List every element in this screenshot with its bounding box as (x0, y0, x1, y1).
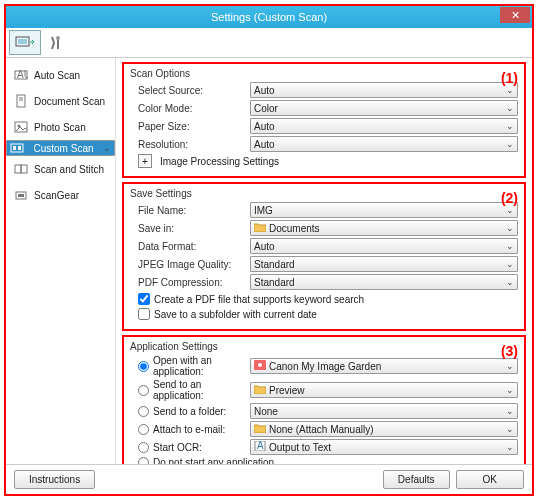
photo-scan-icon (14, 120, 28, 134)
app-icon (254, 360, 266, 370)
data-format-label: Data Format: (138, 241, 246, 252)
select-source-label: Select Source: (138, 85, 246, 96)
image-processing-label: Image Processing Settings (160, 156, 279, 167)
sidebar-item-custom-scan[interactable]: Custom Scan (6, 140, 115, 156)
attach-email-dropdown[interactable]: None (Attach Manually) (250, 421, 518, 437)
toolbar (6, 28, 532, 58)
send-to-app-dropdown[interactable]: Preview (250, 382, 518, 398)
open-with-app-radio[interactable]: Open with an application: (138, 355, 246, 377)
svg-point-18 (258, 363, 262, 367)
open-with-app-dropdown[interactable]: Canon My Image Garden (250, 358, 518, 374)
tools-icon (48, 35, 66, 51)
send-to-app-radio[interactable]: Send to an application: (138, 379, 246, 401)
preview-icon (254, 384, 266, 394)
svg-text:A: A (257, 441, 264, 451)
section-number: (2) (501, 190, 518, 206)
svg-point-2 (56, 36, 60, 40)
svg-rect-12 (18, 146, 21, 150)
close-icon[interactable]: ✕ (500, 7, 530, 23)
svg-text:AUTO: AUTO (17, 69, 28, 80)
sidebar-item-scan-and-stitch[interactable]: Scan and Stitch (6, 156, 115, 182)
color-mode-dropdown[interactable]: Color (250, 100, 518, 116)
save-settings-section: (2) Save Settings File Name:IMG Save in:… (122, 182, 526, 331)
attach-email-radio[interactable]: Attach to e-mail: (138, 424, 246, 435)
expand-image-processing[interactable]: + (138, 154, 152, 168)
text-icon: A (254, 441, 266, 451)
save-in-dropdown[interactable]: Documents (250, 220, 518, 236)
section-number: (1) (501, 70, 518, 86)
application-settings-section: (3) Application Settings Open with an ap… (122, 335, 526, 464)
paper-size-label: Paper Size: (138, 121, 246, 132)
settings-window: Settings (Custom Scan) ✕ AUTOAuto Scan D… (4, 4, 534, 496)
stitch-icon (14, 162, 28, 176)
tab-tools[interactable] (41, 30, 73, 55)
tab-scan-from-computer[interactable] (9, 30, 41, 55)
instructions-button[interactable]: Instructions (14, 470, 95, 489)
window-title: Settings (Custom Scan) (211, 11, 327, 23)
content: (1) Scan Options Select Source:Auto Colo… (116, 58, 532, 464)
save-in-label: Save in: (138, 223, 246, 234)
send-to-folder-radio[interactable]: Send to a folder: (138, 406, 246, 417)
custom-scan-icon (10, 141, 24, 155)
scangear-icon (14, 188, 28, 202)
jpeg-quality-dropdown[interactable]: Standard (250, 256, 518, 272)
jpeg-quality-label: JPEG Image Quality: (138, 259, 246, 270)
scan-options-section: (1) Scan Options Select Source:Auto Colo… (122, 62, 526, 178)
do-not-start-radio[interactable]: Do not start any application (138, 457, 274, 464)
svg-rect-14 (21, 165, 27, 173)
paper-size-dropdown[interactable]: Auto (250, 118, 518, 134)
section-title: Application Settings (130, 341, 518, 352)
footer: Instructions Defaults OK (6, 464, 532, 494)
data-format-dropdown[interactable]: Auto (250, 238, 518, 254)
sidebar-item-label: ScanGear (34, 190, 79, 201)
start-ocr-radio[interactable]: Start OCR: (138, 442, 246, 453)
sidebar-item-auto-scan[interactable]: AUTOAuto Scan (6, 62, 115, 88)
start-ocr-dropdown[interactable]: AOutput to Text (250, 439, 518, 455)
select-source-dropdown[interactable]: Auto (250, 82, 518, 98)
svg-rect-5 (17, 95, 25, 107)
svg-rect-1 (18, 39, 27, 44)
sidebar-item-scangear[interactable]: ScanGear (6, 182, 115, 208)
sidebar-item-label: Custom Scan (33, 143, 93, 154)
auto-scan-icon: AUTO (14, 68, 28, 82)
send-to-folder-dropdown[interactable]: None (250, 403, 518, 419)
document-scan-icon (14, 94, 28, 108)
sidebar-item-label: Document Scan (34, 96, 105, 107)
folder-icon (254, 222, 266, 232)
svg-rect-16 (18, 194, 24, 197)
file-name-field[interactable]: IMG (250, 202, 518, 218)
file-name-label: File Name: (138, 205, 246, 216)
section-number: (3) (501, 343, 518, 359)
pdf-keyword-checkbox[interactable]: Create a PDF file that supports keyword … (138, 293, 518, 305)
pdf-compression-label: PDF Compression: (138, 277, 246, 288)
section-title: Save Settings (130, 188, 518, 199)
ok-button[interactable]: OK (456, 470, 524, 489)
mail-icon (254, 423, 266, 433)
resolution-dropdown[interactable]: Auto (250, 136, 518, 152)
sidebar-item-label: Photo Scan (34, 122, 86, 133)
monitor-arrow-icon (15, 35, 35, 51)
sidebar-item-label: Auto Scan (34, 70, 80, 81)
svg-rect-13 (15, 165, 21, 173)
section-title: Scan Options (130, 68, 518, 79)
svg-rect-11 (13, 146, 16, 150)
sidebar-item-document-scan[interactable]: Document Scan (6, 88, 115, 114)
svg-rect-10 (11, 144, 23, 152)
sidebar: AUTOAuto Scan Document Scan Photo Scan C… (6, 58, 116, 464)
resolution-label: Resolution: (138, 139, 246, 150)
subfolder-checkbox[interactable]: Save to a subfolder with current date (138, 308, 518, 320)
titlebar: Settings (Custom Scan) ✕ (6, 6, 532, 28)
pdf-compression-dropdown[interactable]: Standard (250, 274, 518, 290)
defaults-button[interactable]: Defaults (383, 470, 450, 489)
sidebar-item-photo-scan[interactable]: Photo Scan (6, 114, 115, 140)
sidebar-item-label: Scan and Stitch (34, 164, 104, 175)
color-mode-label: Color Mode: (138, 103, 246, 114)
